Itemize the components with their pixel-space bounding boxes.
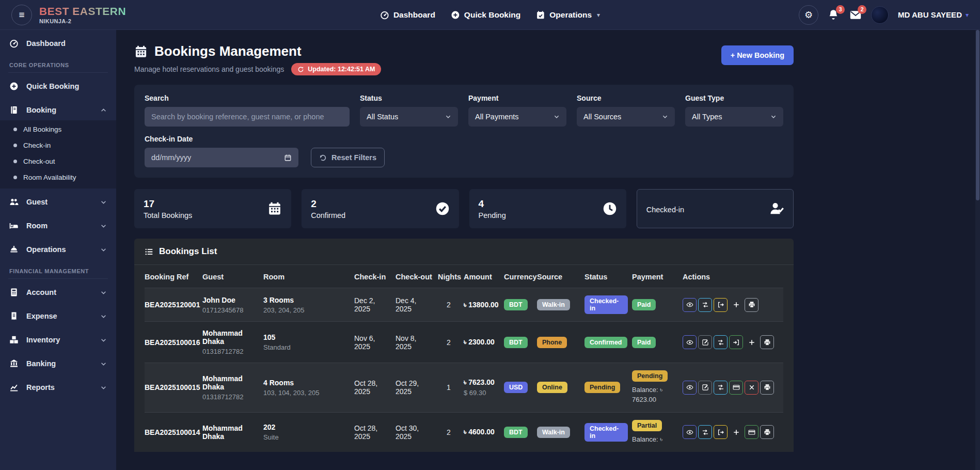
sidebar-item-quick-booking[interactable]: Quick Booking	[0, 76, 116, 97]
calendar-icon	[134, 45, 148, 58]
sidebar-item-expense[interactable]: Expense	[0, 306, 116, 326]
chevron-down-icon	[100, 384, 107, 391]
action-plus-button[interactable]	[729, 298, 743, 312]
checkin-date-input[interactable]: dd/mm/yyyy	[145, 148, 298, 167]
settings-button[interactable]: ⚙	[799, 5, 818, 25]
user-menu[interactable]: MD ABU SAYEED ▾	[898, 10, 969, 19]
sidebar-item-account[interactable]: Account	[0, 282, 116, 303]
action-eye-button[interactable]	[683, 298, 697, 312]
nav-item-dashboard[interactable]: Dashboard	[380, 10, 435, 20]
action-printer-button[interactable]	[760, 381, 774, 395]
calendar-picker-icon[interactable]	[284, 154, 292, 162]
box-arrow-right-icon	[717, 429, 724, 436]
booking-ref-cell: BEA2025120001	[145, 288, 202, 322]
action-printer-button[interactable]	[760, 425, 774, 439]
guest-type-select[interactable]: All Types	[685, 107, 783, 127]
action-x-button[interactable]	[745, 381, 758, 395]
booking-ref-cell: BEA2025100015	[145, 363, 202, 413]
sidebar-item-reports[interactable]: Reports	[0, 377, 116, 398]
action-box-arrow-right-button[interactable]	[714, 425, 728, 439]
source-badge: Phone	[537, 337, 567, 348]
credit-card-icon	[733, 384, 740, 391]
room-cell: 4 Rooms103, 104, 203, 205	[263, 363, 354, 413]
column-header-status: Status	[584, 265, 632, 288]
stat-card-total-bookings: 17Total Bookings	[134, 189, 291, 228]
payment-cell: Paid	[632, 288, 683, 322]
pencil-icon	[702, 339, 709, 346]
checkin-date-label: Check-in Date	[145, 135, 298, 143]
status-select[interactable]: All Status	[360, 107, 458, 127]
plus-circle-icon	[9, 82, 19, 91]
action-pencil-button[interactable]	[698, 381, 712, 395]
notifications-button[interactable]: 3	[828, 9, 840, 21]
sidebar-item-booking[interactable]: Booking	[0, 100, 116, 120]
page-scrollbar[interactable]	[975, 0, 980, 470]
column-header-actions: Actions	[683, 265, 783, 288]
action-box-arrow-right-button[interactable]	[714, 298, 728, 312]
sidebar-item-check-in[interactable]: Check-in	[0, 137, 116, 153]
action-credit-card-button[interactable]	[729, 381, 743, 395]
payment-select[interactable]: All Payments	[468, 107, 566, 127]
sidebar-item-check-out[interactable]: Check-out	[0, 153, 116, 169]
chevron-up-icon	[100, 107, 107, 114]
action-eye-button[interactable]	[683, 335, 697, 349]
messages-button[interactable]: 2	[849, 9, 862, 21]
notifications-count-badge: 3	[836, 5, 845, 14]
plus-icon	[748, 339, 755, 346]
chevron-down-icon	[100, 361, 107, 367]
sidebar-item-guest[interactable]: Guest	[0, 192, 116, 212]
balance-text: Balance: ৳ 7623.00	[632, 385, 678, 405]
sidebar-toggle-button[interactable]: ≡	[11, 5, 32, 25]
swap-icon	[717, 339, 724, 346]
filters-panel: Search Status All Status Payment All Pay…	[134, 85, 794, 178]
source-select[interactable]: All Sources	[577, 107, 675, 127]
action-credit-card-button[interactable]	[745, 425, 758, 439]
source-badge: Walk-in	[537, 299, 570, 310]
guest-type-label: Guest Type	[685, 94, 783, 102]
search-input[interactable]	[145, 107, 350, 127]
sidebar-item-all-bookings[interactable]: All Bookings	[0, 121, 116, 137]
sidebar-item-inventory[interactable]: Inventory	[0, 330, 116, 350]
stat-card-confirmed: 2Confirmed	[302, 189, 459, 228]
bullet-icon	[13, 144, 17, 147]
sidebar-item-dashboard[interactable]: Dashboard	[0, 33, 116, 54]
nav-item-quick-booking[interactable]: Quick Booking	[451, 10, 520, 20]
sidebar-item-banking[interactable]: Banking	[0, 353, 116, 374]
scrollbar-thumb[interactable]	[976, 30, 979, 200]
bullet-icon	[13, 176, 17, 179]
sidebar-item-room-availability[interactable]: Room Availability	[0, 169, 116, 185]
action-swap-button[interactable]	[698, 425, 712, 439]
chevron-down-icon: ▾	[597, 11, 600, 19]
speedometer-icon	[380, 10, 389, 20]
column-header-guest: Guest	[202, 265, 263, 288]
action-swap-button[interactable]	[714, 335, 728, 349]
new-booking-button[interactable]: + New Booking	[721, 45, 794, 65]
action-eye-button[interactable]	[683, 425, 697, 439]
action-printer-button[interactable]	[760, 335, 774, 349]
checkout-cell: Oct 30, 2025	[396, 412, 438, 451]
search-label: Search	[145, 94, 350, 102]
action-box-arrow-in-right-button[interactable]	[729, 335, 743, 349]
nav-item-operations[interactable]: Operations▾	[536, 10, 600, 20]
action-plus-button[interactable]	[745, 335, 758, 349]
action-eye-button[interactable]	[683, 381, 697, 395]
sidebar-item-operations[interactable]: Operations	[0, 239, 116, 260]
user-avatar[interactable]	[871, 6, 889, 24]
bed-icon	[9, 221, 19, 230]
reset-filters-button[interactable]: Reset Filters	[311, 148, 385, 167]
action-plus-button[interactable]	[729, 425, 743, 439]
room-cell: 3 Rooms203, 204, 205	[263, 288, 354, 322]
checkin-cell: Oct 28, 2025	[354, 363, 396, 413]
status-badge: Checked-in	[584, 295, 628, 314]
status-badge: Confirmed	[584, 337, 627, 348]
chevron-down-icon	[100, 337, 107, 343]
action-swap-button[interactable]	[698, 298, 712, 312]
eye-icon	[686, 339, 693, 346]
action-swap-button[interactable]	[714, 381, 728, 395]
source-cell: Walk-in	[537, 288, 584, 322]
action-pencil-button[interactable]	[698, 335, 712, 349]
action-printer-button[interactable]	[745, 298, 758, 312]
sidebar-item-room[interactable]: Room	[0, 215, 116, 236]
check-circle-icon	[435, 201, 450, 216]
status-cell: Checked-in	[584, 412, 632, 451]
